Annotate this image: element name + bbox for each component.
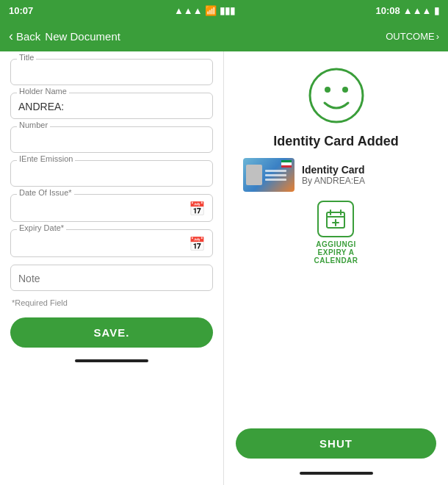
bottom-indicator-left [75,359,148,362]
back-button[interactable]: ‹ Back New Document [9,29,120,44]
expiry-date-field: Expiry Date* 📅 [10,229,213,257]
bottom-indicator-right [300,472,373,475]
ente-emission-field: IEnte Emission [10,160,213,187]
ente-emission-label: IEnte Emission [17,154,75,163]
number-input[interactable] [18,133,205,148]
title-field: Title [10,59,213,85]
battery-icon: ▲▲▲ ▮ [403,5,439,16]
nav-title: New Document [45,30,120,43]
note-input[interactable] [18,271,205,286]
outcome-button[interactable]: OUTCOME › [386,31,439,42]
id-card-info: Identity Card By ANDREA:EA [302,164,365,186]
svg-point-2 [342,87,348,93]
add-to-calendar-button[interactable]: AGGIUNGI EXPIRY A CALENDAR [314,201,358,265]
holder-name-label: Holder Name [17,87,69,96]
time-right: 10:08 [376,5,400,16]
number-label: Number [17,121,50,129]
nav-bar: ‹ Back New Document OUTCOME › [0,21,448,51]
outcome-chevron-icon: › [436,31,439,42]
holder-name-input[interactable] [18,99,205,114]
date-of-issue-input[interactable] [18,201,189,216]
calendar-svg-icon [325,209,346,229]
ente-emission-input[interactable] [18,167,205,182]
id-card-row: Identity Card By ANDREA:EA [236,158,436,192]
back-label: Back [16,30,40,43]
holder-name-field: Holder Name [10,93,213,119]
date-of-issue-calendar-icon[interactable]: 📅 [189,201,205,217]
save-button[interactable]: SAVE. [10,317,213,348]
expiry-date-label: Expiry Date* [17,223,66,232]
number-field: Number [10,126,213,153]
back-arrow-icon: ‹ [9,29,13,44]
shut-button[interactable]: SHUT [236,428,436,459]
smiley-icon [307,66,366,125]
main-content: Title Holder Name Number IEnte Emission … [0,51,448,485]
right-panel: Identity Card Added Identity Card By AND… [224,51,448,485]
id-card-thumbnail [243,158,295,192]
expiry-date-input[interactable] [18,237,189,251]
expiry-date-calendar-icon[interactable]: 📅 [189,236,205,252]
outcome-label: OUTCOME [386,31,434,42]
svg-point-1 [325,87,330,93]
success-title: Identity Card Added [273,134,398,149]
id-card-name: Identity Card [302,164,365,176]
id-card-lines [265,170,292,181]
title-label: Title [17,53,36,62]
date-of-issue-label: Date Of Issue* [17,188,74,197]
note-field [10,265,213,291]
id-card-avatar [246,165,262,185]
svg-point-0 [310,69,363,122]
calendar-add-label: AGGIUNGI EXPIRY A CALENDAR [314,240,358,265]
date-of-issue-field: Date Of Issue* 📅 [10,194,213,222]
status-bar: 10:07 ▲▲▲ 📶 ▮▮▮ 10:08 ▲▲▲ ▮ [0,0,448,21]
left-panel: Title Holder Name Number IEnte Emission … [0,51,224,485]
id-card-sub: By ANDREA:EA [302,176,365,186]
title-input[interactable] [18,65,205,80]
signal-icons: ▲▲▲ 📶 ▮▮▮ [174,5,235,16]
time-left: 10:07 [9,5,33,16]
calendar-add-icon [317,201,354,237]
required-note: *Required Field [10,298,213,307]
id-card-flag [281,160,292,168]
